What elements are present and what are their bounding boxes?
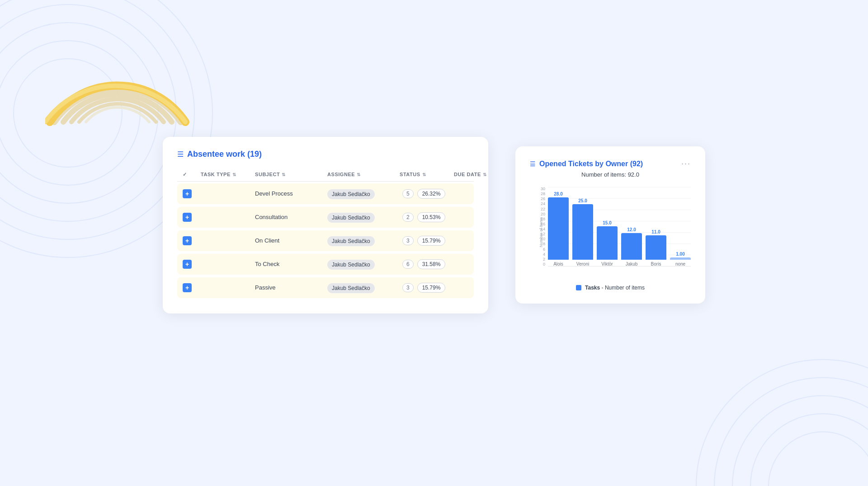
chart-title-text: Opened Tickets by Owner (92) [539, 160, 643, 168]
bar-value: 28.0 [554, 192, 562, 196]
row-status: 3 15.79% [400, 283, 454, 293]
bar-value: 1.00 [676, 252, 684, 257]
row-expand-btn[interactable]: + [183, 213, 201, 222]
bar-value: 25.0 [578, 198, 587, 203]
chart-menu-button[interactable]: ··· [681, 159, 691, 168]
chart-card: ☰ Opened Tickets by Owner (92) ··· Numbe… [515, 146, 705, 304]
row-assignee: Jakub Sedlačko [327, 260, 400, 268]
sort-icon-task-type: ⇅ [232, 172, 236, 177]
row-status: 3 15.79% [400, 236, 454, 246]
table-rows-container: + Devel Process Jakub Sedlačko 5 26.32% … [177, 183, 474, 298]
bar[interactable] [670, 257, 691, 260]
expand-icon[interactable]: + [183, 283, 192, 292]
bar-group: 11.0 Boris [646, 229, 666, 266]
chart-subtitle: Number of items: 92.0 [530, 171, 691, 178]
table-row[interactable]: + On Client Jakub Sedlačko 3 15.79% [177, 230, 474, 251]
col-assignee[interactable]: ASSIGNEE ⇅ [327, 172, 400, 178]
col-due-date[interactable]: DUE DATE ⇅ [454, 172, 517, 178]
table-row[interactable]: + To Check Jakub Sedlačko 6 31.58% [177, 254, 474, 275]
absentee-work-card: ☰ Absentee work (19) ✓ TASK TYPE ⇅ SUBJE… [163, 137, 488, 313]
sort-icon-subject: ⇅ [282, 172, 286, 177]
check-icon: ✓ [183, 172, 187, 178]
table-row[interactable]: + Passive Jakub Sedlačko 3 15.79% [177, 277, 474, 298]
chart-title: ☰ Opened Tickets by Owner (92) [530, 160, 643, 168]
legend-color-dot [576, 285, 581, 290]
row-status: 6 31.58% [400, 259, 454, 269]
bar-value: 11.0 [651, 229, 660, 234]
expand-icon[interactable]: + [183, 260, 192, 269]
card-icon: ☰ [177, 150, 184, 159]
bar-group: 12.0 Jakub [621, 227, 642, 266]
col-status[interactable]: STATUS ⇅ [400, 172, 454, 178]
y-axis-title: Number of Items [539, 217, 543, 248]
col-task-type[interactable]: TASK TYPE ⇅ [201, 172, 255, 178]
row-assignee: Jakub Sedlačko [327, 237, 400, 245]
table-header: ✓ TASK TYPE ⇅ SUBJECT ⇅ ASSIGNEE ⇅ STATU… [177, 168, 474, 182]
bar[interactable] [548, 197, 569, 260]
sort-icon-due-date: ⇅ [483, 172, 487, 177]
bar[interactable] [572, 204, 593, 260]
chart-area: 30 28 26 24 22 20 18 16 14 12 10 8 6 4 2… [530, 187, 691, 277]
chart-legend: Tasks - Number of items [530, 285, 691, 291]
expand-icon[interactable]: + [183, 236, 192, 245]
bar[interactable] [597, 226, 618, 260]
col-check: ✓ [183, 172, 201, 178]
bars-container: 28.0 Alois 25.0 Veroni 15.0 Viktör 12.0 … [548, 187, 691, 266]
y-axis: 30 28 26 24 22 20 18 16 14 12 10 8 6 4 2… [530, 187, 547, 266]
bar-group: 1.00 none [670, 252, 691, 266]
bar[interactable] [646, 235, 666, 260]
expand-icon[interactable]: + [183, 189, 192, 198]
col-subject[interactable]: SUBJECT ⇅ [255, 172, 327, 178]
bar-group: 28.0 Alois [548, 192, 569, 266]
card-title: ☰ Absentee work (19) [177, 150, 474, 159]
x-axis-line [548, 266, 691, 266]
bar-value: 15.0 [603, 220, 611, 225]
row-status: 2 10.53% [400, 212, 454, 222]
row-assignee: Jakub Sedlačko [327, 190, 400, 198]
row-expand-btn[interactable]: + [183, 189, 201, 198]
row-subject: Passive [255, 284, 327, 291]
row-expand-btn[interactable]: + [183, 236, 201, 245]
row-assignee: Jakub Sedlačko [327, 284, 400, 292]
chart-icon: ☰ [530, 160, 536, 168]
row-subject: On Client [255, 237, 327, 244]
table-row[interactable]: + Devel Process Jakub Sedlačko 5 26.32% [177, 183, 474, 204]
row-subject: Consultation [255, 214, 327, 220]
row-expand-btn[interactable]: + [183, 260, 201, 269]
row-assignee: Jakub Sedlačko [327, 213, 400, 221]
bar[interactable] [621, 233, 642, 260]
table-row[interactable]: + Consultation Jakub Sedlačko 2 10.53% [177, 207, 474, 228]
row-subject: Devel Process [255, 190, 327, 197]
chart-header: ☰ Opened Tickets by Owner (92) ··· [530, 159, 691, 168]
bar-group: 25.0 Veroni [572, 198, 593, 266]
row-subject: To Check [255, 261, 327, 267]
card-title-text: Absentee work (19) [187, 150, 262, 159]
row-expand-btn[interactable]: + [183, 283, 201, 292]
sort-icon-status: ⇅ [422, 172, 426, 177]
expand-icon[interactable]: + [183, 213, 192, 222]
legend-text: Tasks - Number of items [585, 285, 645, 291]
bar-value: 12.0 [627, 227, 636, 232]
row-status: 5 26.32% [400, 189, 454, 199]
bar-group: 15.0 Viktör [597, 220, 618, 266]
sort-icon-assignee: ⇅ [357, 172, 361, 177]
